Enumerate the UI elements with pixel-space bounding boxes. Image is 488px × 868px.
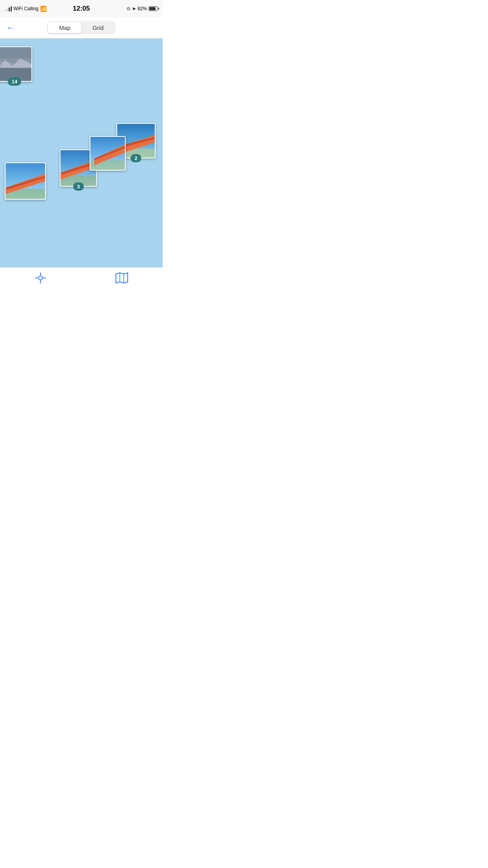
time-display: 12:05: [73, 5, 90, 13]
location-icon: [35, 272, 46, 283]
navigation-icon: ➤: [132, 6, 136, 11]
map-icon: [116, 272, 128, 283]
status-bar: WiFi Calling 📶 12:05 ⊙ ➤ 82%: [0, 0, 163, 17]
segment-grid[interactable]: Grid: [81, 22, 114, 33]
tab-bar: [0, 267, 163, 289]
signal-bar-2: [7, 9, 8, 11]
tab-location[interactable]: [27, 269, 54, 288]
svg-rect-3: [0, 47, 31, 59]
nav-bar: ← Map Grid: [0, 17, 163, 39]
map-view[interactable]: 14 2: [0, 39, 163, 267]
tab-map[interactable]: [108, 269, 136, 288]
photo-thumb-mid-single: [90, 136, 126, 171]
battery-percent: 82%: [138, 6, 147, 11]
signal-bars: [5, 6, 12, 11]
cluster-left[interactable]: [5, 162, 46, 200]
cluster-badge-right: 2: [130, 154, 141, 162]
photo-thumb-top-left: [0, 46, 32, 82]
cluster-badge-top-left: 14: [8, 77, 21, 86]
photo-thumb-left: [5, 162, 46, 200]
cluster-mid-single[interactable]: [90, 136, 126, 171]
signal-bar-1: [5, 10, 6, 11]
svg-point-21: [39, 276, 42, 280]
location-icon: ⊙: [127, 6, 130, 11]
cluster-badge-mid: 3: [73, 182, 84, 191]
battery-fill: [149, 7, 156, 10]
carrier-text: WiFi Calling: [13, 6, 39, 11]
segment-map[interactable]: Map: [48, 22, 81, 33]
signal-bar-4: [11, 6, 12, 11]
segment-control: Map Grid: [47, 21, 116, 34]
status-right: ⊙ ➤ 82%: [127, 6, 158, 11]
wifi-icon: 📶: [40, 6, 47, 12]
status-left: WiFi Calling 📶: [5, 6, 47, 12]
cluster-top-left[interactable]: 14: [0, 46, 32, 82]
signal-bar-3: [9, 7, 10, 11]
back-button[interactable]: ←: [6, 23, 15, 33]
battery-icon: [149, 6, 158, 11]
